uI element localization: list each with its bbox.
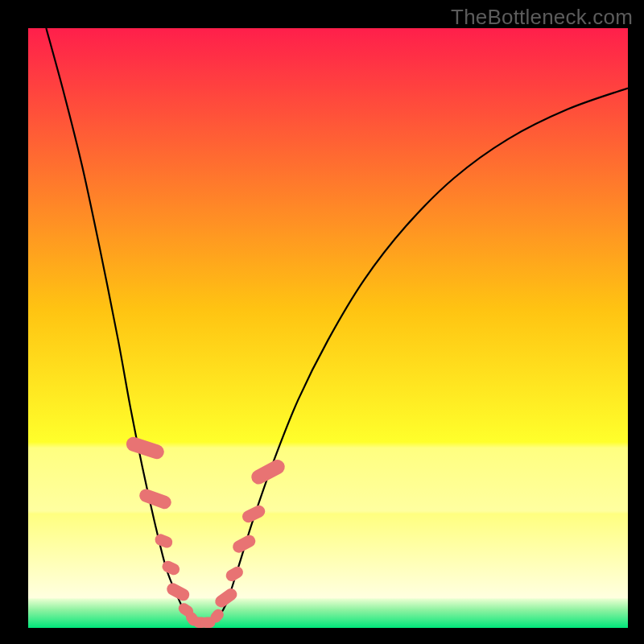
gradient-background [28,28,628,628]
watermark-text: TheBottleneck.com [451,5,633,30]
chart-plot [28,28,628,628]
outer-frame: TheBottleneck.com [0,0,644,644]
